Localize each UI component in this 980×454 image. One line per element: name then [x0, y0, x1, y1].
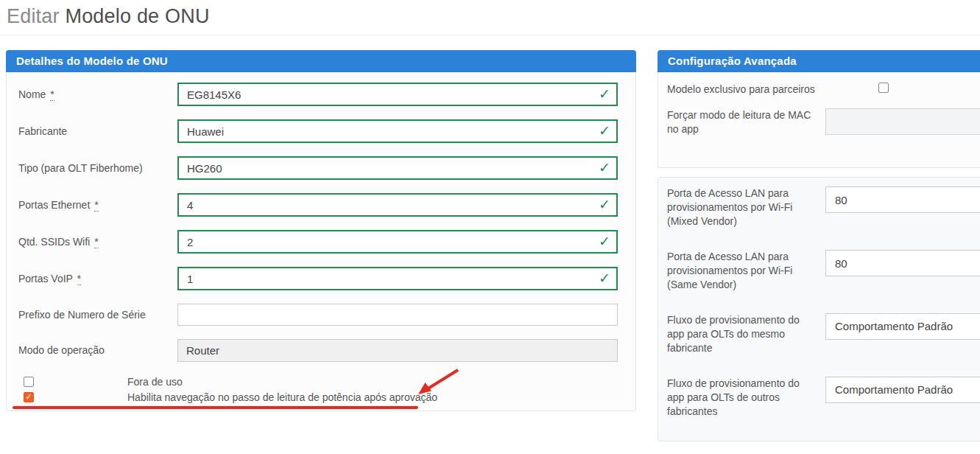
lan-port-mixed-input[interactable]: [825, 186, 980, 213]
flow-same-vendor-label: Fluxo de provisionamento do app para OLT…: [667, 313, 825, 355]
page-title-prefix: Editar: [7, 5, 60, 27]
fabricante-input[interactable]: [177, 119, 618, 143]
row-mac-read-mode: Forçar modo de leitura de MAC no app: [667, 108, 980, 136]
ssids-wifi-input[interactable]: [177, 230, 618, 254]
required-mark: *: [50, 88, 54, 101]
required-mark: *: [77, 273, 81, 285]
checkbox-row-fora-de-uso: Fora de uso: [18, 374, 618, 389]
field-label-portas-ethernet: Portas Ethernet *: [18, 199, 177, 212]
mac-read-mode-input[interactable]: [825, 108, 980, 135]
form-row-modo-operacao: Modo de operação: [18, 339, 618, 362]
form-row-nome: Nome * ✓: [18, 83, 618, 106]
partner-exclusive-label: Modelo exclusivo para parceiros: [667, 83, 825, 97]
form-row-portas-ethernet: Portas Ethernet * ✓: [18, 193, 618, 217]
required-mark: *: [94, 199, 98, 212]
row-flow-same-vendor: Fluxo de provisionamento do app para OLT…: [667, 313, 980, 355]
flow-other-vendor-label: Fluxo de provisionamento do app para OLT…: [667, 377, 825, 419]
lan-port-same-input[interactable]: [825, 250, 980, 276]
flow-other-vendor-select[interactable]: Comportamento Padrão: [825, 377, 980, 403]
portas-ethernet-input[interactable]: [177, 193, 618, 217]
row-lan-port-same: Porta de Acesso LAN para provisionamento…: [667, 250, 980, 292]
field-label-modo-operacao: Modo de operação: [18, 344, 177, 357]
field-label-tipo: Tipo (para OLT Fiberhome): [18, 162, 177, 175]
panel-body-details: Nome * ✓ Fabricante ✓ Tipo (para OLT Fib…: [6, 72, 636, 411]
header-divider: [0, 35, 980, 35]
panel-header-details: Detalhes do Modelo de ONU: [6, 50, 636, 72]
checkbox-group: Fora de uso ✓ Habilita navegação no pass…: [18, 374, 618, 405]
required-mark: *: [94, 236, 98, 248]
mac-read-mode-label: Forçar modo de leitura de MAC no app: [667, 108, 825, 136]
field-label-nome: Nome *: [18, 88, 177, 101]
fora-de-uso-checkbox[interactable]: [24, 377, 34, 387]
field-label-prefixo-serie: Prefixo de Numero de Série: [18, 309, 177, 321]
form-row-tipo: Tipo (para OLT Fiberhome) ✓: [18, 156, 618, 180]
prefixo-serie-input[interactable]: [177, 304, 618, 326]
field-label-ssids-wifi: Qtd. SSIDs Wifi *: [18, 236, 177, 248]
form-row-ssids-wifi: Qtd. SSIDs Wifi * ✓: [18, 230, 618, 254]
nome-input[interactable]: [177, 83, 618, 106]
page-title: Editar Modelo de ONU: [7, 5, 980, 28]
lan-port-mixed-label: Porta de Acesso LAN para provisionamento…: [667, 186, 825, 228]
field-label-portas-voip: Portas VoIP *: [18, 273, 177, 285]
page-title-main: Modelo de ONU: [65, 5, 209, 27]
flow-same-vendor-select[interactable]: Comportamento Padrão: [825, 313, 980, 340]
panel-advanced-config: Configuração Avançada Modelo exclusivo p…: [658, 50, 980, 441]
row-partner-exclusive: Modelo exclusivo para parceiros: [667, 83, 980, 97]
field-label-fabricante: Fabricante: [18, 125, 177, 138]
panel-header-advanced: Configuração Avançada: [658, 50, 980, 72]
form-row-portas-voip: Portas VoIP * ✓: [18, 267, 618, 290]
modo-operacao-input: [177, 339, 618, 362]
card-lan-provisioning: Porta de Acesso LAN para provisionamento…: [658, 177, 980, 441]
portas-voip-input[interactable]: [177, 267, 618, 290]
panel-body-advanced: Modelo exclusivo para parceiros Forçar m…: [658, 72, 980, 168]
habilita-navegacao-checkbox[interactable]: ✓: [24, 392, 34, 402]
lan-port-same-label: Porta de Acesso LAN para provisionamento…: [667, 250, 825, 292]
row-lan-port-mixed: Porta de Acesso LAN para provisionamento…: [667, 186, 980, 228]
habilita-navegacao-label: Habilita navegação no passo de leitura d…: [127, 391, 437, 403]
tipo-input[interactable]: [177, 156, 618, 180]
checkbox-row-habilita-navegacao: ✓ Habilita navegação no passo de leitura…: [18, 389, 618, 405]
form-row-fabricante: Fabricante ✓: [18, 119, 618, 143]
partner-exclusive-checkbox[interactable]: [878, 83, 889, 93]
fora-de-uso-label: Fora de uso: [127, 376, 183, 388]
form-row-prefixo-serie: Prefixo de Numero de Série: [18, 304, 618, 326]
row-flow-other-vendor: Fluxo de provisionamento do app para OLT…: [667, 377, 980, 419]
panel-onu-model-details: Detalhes do Modelo de ONU Nome * ✓ Fabri…: [6, 50, 636, 411]
main-content: Detalhes do Modelo de ONU Nome * ✓ Fabri…: [6, 50, 980, 441]
